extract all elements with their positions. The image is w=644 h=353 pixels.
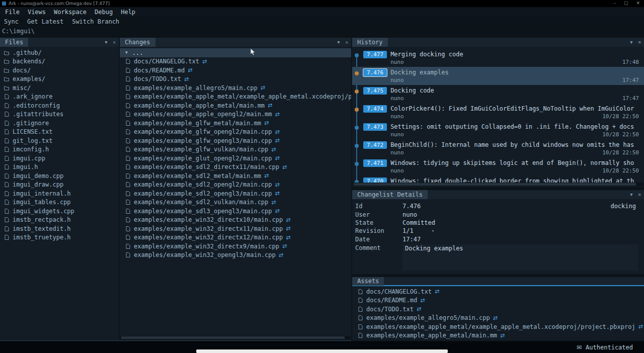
menu-file[interactable]: File (5, 9, 20, 16)
history-commit-row[interactable]: 7.471 Windows: tidying up skipitems logi… (352, 157, 644, 175)
file-tree-item[interactable]: .editorconfig (0, 101, 119, 110)
changed-file-row[interactable]: docs/README.md ⇄ (120, 66, 351, 75)
changed-file-row[interactable]: examples/example_allegro5/main.cpp ⇄ (120, 83, 351, 93)
file-tree-item[interactable]: .github/ (0, 48, 119, 57)
changes-panel: Changes ▼ ✕ ▼ ... docs/CHANGELOG.txt ⇄ d… (120, 38, 351, 340)
changed-file-row[interactable]: docs/CHANGELOG.txt ⇄ (120, 57, 351, 66)
minimize-icon[interactable]: – (613, 1, 616, 6)
get-latest-button[interactable]: Get Latest (27, 18, 63, 25)
file-tree-item[interactable]: examples/ (0, 75, 119, 84)
changed-file-row[interactable]: examples/example_win32_directx9/main.cpp… (120, 242, 351, 251)
revision-dropdown-icon[interactable]: ▾ (432, 228, 434, 233)
history-commit-row[interactable]: 7.472 BeginChild(): Internal name used b… (352, 139, 644, 157)
changed-file-row[interactable]: examples/example_sdl2_opengl3/main.cpp ⇄ (120, 189, 351, 198)
asset-row[interactable]: examples/example_apple_metal/example_app… (352, 322, 644, 331)
scrollbar-thumb[interactable] (354, 183, 636, 186)
close-icon[interactable]: ✕ (636, 1, 640, 6)
file-tree-item[interactable]: misc/ (0, 83, 119, 93)
menu-debug[interactable]: Debug (95, 9, 113, 16)
changed-file-row[interactable]: examples/example_win32_directx12/main.cp… (120, 233, 351, 242)
file-tree-item[interactable]: imstb_textedit.h (0, 224, 119, 233)
detail-field-label: Date (355, 236, 403, 243)
details-panel-title: Changelist Details (352, 190, 428, 199)
filter-icon[interactable]: ▼ (105, 40, 107, 45)
changed-file-row[interactable]: examples/example_win32_directx10/main.cp… (120, 216, 351, 225)
file-tree-item[interactable]: imgui_tables.cpp (0, 198, 119, 207)
modified-icon: ⇄ (500, 333, 505, 338)
changed-file-row[interactable]: examples/example_apple_opengl2/main.mm ⇄ (120, 110, 351, 119)
changed-file-row[interactable]: examples/example_glfw_opengl3/main.cpp ⇄ (120, 136, 351, 145)
maximize-icon[interactable]: □ (624, 1, 628, 6)
file-tree-item[interactable]: imstb_truetype.h (0, 233, 119, 242)
menu-workspace[interactable]: Workspace (54, 9, 87, 16)
changed-file-row[interactable]: examples/example_sdl2_opengl2/main.cpp ⇄ (120, 181, 351, 190)
changes-root-row[interactable]: ▼ ... (120, 48, 351, 57)
file-tree-item[interactable]: imgui_draw.cpp (0, 181, 119, 190)
history-commit-row[interactable]: 7.476 Docking examples nuno 17:47 (352, 67, 644, 85)
asset-row[interactable]: docs/README.md ⇄ (352, 296, 644, 305)
file-tree-item[interactable]: imgui.h (0, 163, 119, 172)
history-commit-row[interactable]: 7.474 ColorPicker4(): Fixed ImGuiColorEd… (352, 103, 644, 121)
filter-icon[interactable]: ▼ (630, 192, 632, 197)
history-commit-row[interactable]: 7.477 Merging docking code nuno 17:48 (352, 49, 644, 67)
filter-icon[interactable]: ▼ (337, 40, 340, 45)
changed-file-row[interactable]: examples/example_apple_metal/main.mm ⇄ (120, 101, 351, 110)
commit-info: Merging docking code nuno 17:48 (390, 50, 640, 67)
changed-file-row[interactable]: examples/example_glfw_vulkan/main.cpp ⇄ (120, 145, 351, 154)
changed-file-row[interactable]: docs/TODO.txt ⇄ (120, 75, 351, 84)
close-panel-icon[interactable]: ✕ (113, 40, 116, 45)
menu-help[interactable]: Help (121, 9, 135, 16)
file-icon (125, 155, 131, 161)
asset-row[interactable]: docs/CHANGELOG.txt ⇄ (352, 287, 644, 296)
changed-file-row[interactable]: examples/example_apple_metal/example_app… (120, 93, 351, 102)
history-commit-row[interactable]: 7.470 Windows: fixed double-clicked bord… (352, 175, 644, 183)
horizontal-scrollbar[interactable] (353, 183, 643, 186)
menu-icon[interactable]: ≡ (638, 192, 641, 197)
file-tree-item[interactable]: backends/ (0, 57, 119, 66)
file-tree-item[interactable]: imstb_rectpack.h (0, 216, 119, 225)
close-panel-icon[interactable]: ✕ (346, 40, 348, 45)
asset-row[interactable]: examples/example_allegro5/main.cpp ⇄ (352, 314, 644, 323)
filter-icon[interactable]: ▼ (630, 40, 632, 45)
asset-row[interactable]: docs/TODO.txt ⇄ (352, 305, 644, 314)
file-tree-item[interactable]: .gitattributes (0, 110, 119, 119)
changed-file-row[interactable]: examples/example_sdl2_vulkan/main.cpp ⇄ (120, 198, 351, 207)
sync-button[interactable]: Sync (4, 18, 19, 25)
file-icon (125, 173, 131, 179)
horizontal-scrollbar[interactable] (120, 336, 351, 339)
menu-views[interactable]: Views (28, 9, 46, 16)
changed-file-row[interactable]: examples/example_glfw_opengl2/main.cpp ⇄ (120, 128, 351, 137)
file-icon (4, 226, 10, 232)
switch-branch-button[interactable]: Switch Branch (72, 18, 119, 25)
changed-file-row[interactable]: examples/example_sdl2_metal/main.mm ⇄ (120, 171, 351, 181)
changed-file-name: examples/example_sdl2_metal/main.mm (134, 172, 261, 180)
changed-file-row[interactable]: examples/example_win32_opengl3/main.cpp … (120, 251, 351, 260)
file-tree-item[interactable]: LICENSE.txt (0, 128, 119, 137)
changed-file-row[interactable]: examples/example_sdl2_directx11/main.cpp… (120, 163, 351, 172)
changed-file-row[interactable]: examples/example_glfw_metal/main.mm ⇄ (120, 119, 351, 128)
scrollbar-thumb[interactable] (121, 336, 345, 339)
modified-icon: ⇄ (435, 289, 439, 294)
file-tree-item[interactable]: docs/ (0, 66, 119, 75)
collapse-icon[interactable]: ▼ (125, 50, 128, 55)
history-commit-row[interactable]: 7.475 Docking code nuno 17:47 (352, 85, 644, 103)
changed-file-name: examples/example_sdl2_opengl2/main.cpp (134, 181, 272, 188)
changed-file-row[interactable]: examples/example_sdl3_opengl3/main.cpp ⇄ (120, 207, 351, 216)
history-commit-row[interactable]: 7.473 Settings: omit outputing Collapsed… (352, 121, 644, 139)
changed-file-row[interactable]: examples/example_glut_opengl2/main.cpp ⇄ (120, 154, 351, 163)
asset-row[interactable]: examples/example_apple_metal/main.mm ⇄ (352, 331, 644, 340)
file-tree-item[interactable]: imconfig.h (0, 145, 119, 154)
menu-icon[interactable]: ≡ (638, 40, 641, 45)
file-tree: .github/ backends/ docs/ examples/ misc/… (0, 47, 119, 242)
changed-file-row[interactable]: examples/example_win32_directx11/main.cp… (120, 224, 351, 233)
file-tree-item[interactable]: .ark_ignore (0, 93, 119, 102)
file-tree-item[interactable]: imgui.cpp (0, 154, 119, 163)
mail-icon: ✉ (577, 344, 582, 351)
file-tree-item[interactable]: git_log.txt (0, 136, 119, 145)
revision-badge: 7.476 (363, 69, 387, 76)
file-tree-item[interactable]: imgui_demo.cpp (0, 171, 119, 181)
file-tree-item[interactable]: .gitignore (0, 119, 119, 128)
commit-info: Windows: fixed double-clicked border fro… (390, 177, 640, 183)
file-tree-item[interactable]: imgui_widgets.cpp (0, 207, 119, 216)
file-tree-item[interactable]: imgui_internal.h (0, 189, 119, 198)
